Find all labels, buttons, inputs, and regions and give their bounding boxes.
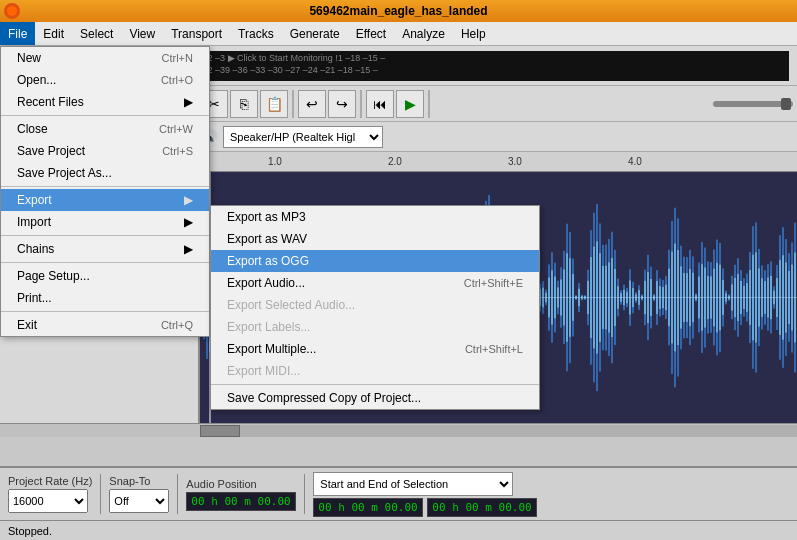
exit-label: Exit xyxy=(17,318,37,332)
sep4 xyxy=(1,262,209,263)
menu-open[interactable]: Open... Ctrl+O xyxy=(1,69,209,91)
audacity-icon xyxy=(4,3,20,19)
menu-generate[interactable]: Generate xyxy=(282,22,348,45)
export-midi: Export MIDI... xyxy=(211,360,539,382)
save-project-label: Save Project xyxy=(17,144,85,158)
menu-page-setup[interactable]: Page Setup... xyxy=(1,265,209,287)
close-label: Close xyxy=(17,122,48,136)
menu-effect[interactable]: Effect xyxy=(348,22,394,45)
volume-slider[interactable] xyxy=(713,101,793,107)
output-device-select[interactable]: Speaker/HP (Realtek Higl xyxy=(223,126,383,148)
export-submenu-dropdown: Export as MP3 Export as WAV Export as OG… xyxy=(210,205,540,410)
export-audio-shortcut: Ctrl+Shift+E xyxy=(464,277,523,289)
menu-export[interactable]: Export ▶ xyxy=(1,189,209,211)
export-label: Export xyxy=(17,193,52,207)
audio-position-label: Audio Position xyxy=(186,478,296,490)
recent-files-label: Recent Files xyxy=(17,95,84,109)
divider3 xyxy=(304,474,305,514)
ruler-mark-3: 3.0 xyxy=(508,156,522,167)
close-shortcut: Ctrl+W xyxy=(159,123,193,135)
selection-start-input[interactable] xyxy=(313,498,423,517)
volume-area xyxy=(713,101,793,107)
menu-transport[interactable]: Transport xyxy=(163,22,230,45)
snap-to-select[interactable]: Off xyxy=(109,489,169,513)
save-shortcut: Ctrl+S xyxy=(162,145,193,157)
menu-chains[interactable]: Chains ▶ xyxy=(1,238,209,260)
scrollbar-track[interactable] xyxy=(200,425,797,437)
menu-bar: File Edit Select View Transport Tracks G… xyxy=(0,22,797,46)
save-compressed[interactable]: Save Compressed Copy of Project... xyxy=(211,387,539,409)
selection-end-input[interactable] xyxy=(427,498,537,517)
selection-inputs xyxy=(313,498,789,517)
export-sep xyxy=(211,384,539,385)
export-audio-label: Export Audio... xyxy=(227,276,305,290)
menu-select[interactable]: Select xyxy=(72,22,121,45)
audio-position-group: Audio Position xyxy=(186,478,296,511)
project-rate-group: Project Rate (Hz) 16000 xyxy=(8,475,92,513)
save-as-label: Save Project As... xyxy=(17,166,112,180)
menu-print[interactable]: Print... xyxy=(1,287,209,309)
redo-button[interactable]: ↪ xyxy=(328,90,356,118)
play2-button[interactable]: ▶ xyxy=(396,90,424,118)
export-multiple[interactable]: Export Multiple... Ctrl+Shift+L xyxy=(211,338,539,360)
menu-import[interactable]: Import ▶ xyxy=(1,211,209,233)
menu-analyze[interactable]: Analyze xyxy=(394,22,453,45)
audio-position-input[interactable] xyxy=(186,492,296,511)
ruler-mark-1: 1.0 xyxy=(268,156,282,167)
toolbar-sep5 xyxy=(360,90,362,118)
menu-recent-files[interactable]: Recent Files ▶ xyxy=(1,91,209,113)
project-rate-label: Project Rate (Hz) xyxy=(8,475,92,487)
export-midi-label: Export MIDI... xyxy=(227,364,300,378)
print-label: Print... xyxy=(17,291,52,305)
svg-point-0 xyxy=(7,6,17,16)
paste-button[interactable]: 📋 xyxy=(260,90,288,118)
menu-close[interactable]: Close Ctrl+W xyxy=(1,118,209,140)
copy-button[interactable]: ⎘ xyxy=(230,90,258,118)
project-rate-select[interactable]: 16000 xyxy=(8,489,88,513)
export-mp3[interactable]: Export as MP3 xyxy=(211,206,539,228)
save-compressed-label: Save Compressed Copy of Project... xyxy=(227,391,421,405)
menu-new[interactable]: New Ctrl+N xyxy=(1,47,209,69)
title-bar: 569462main_eagle_has_landed xyxy=(0,0,797,22)
export-selected-label: Export Selected Audio... xyxy=(227,298,355,312)
menu-exit[interactable]: Exit Ctrl+Q xyxy=(1,314,209,336)
selection-type-select[interactable]: Start and End of Selection xyxy=(313,472,513,496)
export-ogg[interactable]: Export as OGG xyxy=(211,250,539,272)
horizontal-scrollbar[interactable] xyxy=(0,423,797,437)
sep5 xyxy=(1,311,209,312)
sep2 xyxy=(1,186,209,187)
exit-shortcut: Ctrl+Q xyxy=(161,319,193,331)
export-audio[interactable]: Export Audio... Ctrl+Shift+E xyxy=(211,272,539,294)
window-title: 569462main_eagle_has_landed xyxy=(309,4,487,18)
ruler-mark-4: 4.0 xyxy=(628,156,642,167)
export-labels: Export Labels... xyxy=(211,316,539,338)
divider2 xyxy=(177,474,178,514)
snap-to-group: Snap-To Off xyxy=(109,475,169,513)
export-arrow: ▶ xyxy=(184,193,193,207)
menu-save-project[interactable]: Save Project Ctrl+S xyxy=(1,140,209,162)
selection-group: Start and End of Selection xyxy=(313,472,789,517)
sep1 xyxy=(1,115,209,116)
export-wav-label: Export as WAV xyxy=(227,232,307,246)
menu-help[interactable]: Help xyxy=(453,22,494,45)
menu-edit[interactable]: Edit xyxy=(35,22,72,45)
skip-start2-button[interactable]: ⏮ xyxy=(366,90,394,118)
chains-arrow: ▶ xyxy=(184,242,193,256)
divider1 xyxy=(100,474,101,514)
export-wav[interactable]: Export as WAV xyxy=(211,228,539,250)
scrollbar-thumb[interactable] xyxy=(200,425,240,437)
recent-files-arrow: ▶ xyxy=(184,95,193,109)
menu-view[interactable]: View xyxy=(121,22,163,45)
new-label: New xyxy=(17,51,41,65)
toolbar-sep6 xyxy=(428,90,430,118)
file-menu-dropdown: New Ctrl+N Open... Ctrl+O Recent Files ▶… xyxy=(0,46,210,337)
undo-button[interactable]: ↩ xyxy=(298,90,326,118)
menu-save-project-as[interactable]: Save Project As... xyxy=(1,162,209,184)
menu-tracks[interactable]: Tracks xyxy=(230,22,282,45)
chains-label: Chains xyxy=(17,242,54,256)
export-mp3-label: Export as MP3 xyxy=(227,210,306,224)
sep3 xyxy=(1,235,209,236)
menu-file[interactable]: File xyxy=(0,22,35,45)
snap-to-label: Snap-To xyxy=(109,475,169,487)
export-multiple-label: Export Multiple... xyxy=(227,342,316,356)
